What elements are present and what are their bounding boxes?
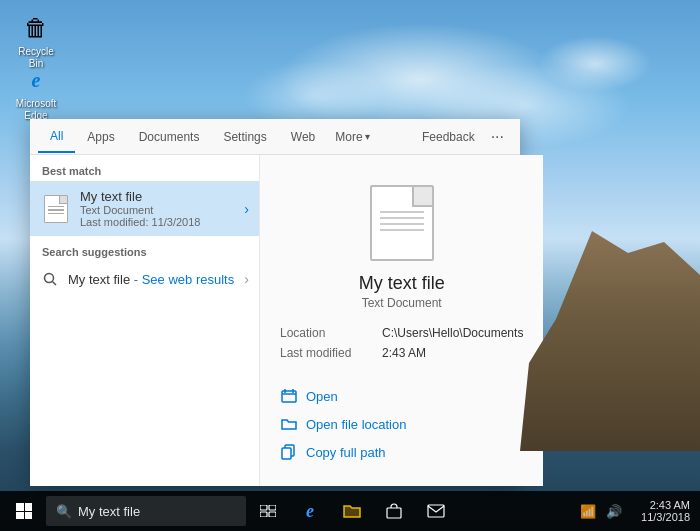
action-open-location-label: Open file location bbox=[306, 417, 406, 432]
recycle-bin-icon: 🗑 bbox=[20, 12, 52, 44]
edge-icon: e bbox=[20, 64, 52, 96]
svg-rect-6 bbox=[269, 505, 276, 510]
tab-apps[interactable]: Apps bbox=[75, 122, 126, 152]
left-panel: Best match My text file Text Document L bbox=[30, 155, 260, 486]
svg-rect-9 bbox=[387, 508, 401, 518]
result-name: My text file bbox=[80, 189, 244, 204]
clock-time: 2:43 AM bbox=[650, 499, 690, 511]
location-key: Location bbox=[280, 326, 370, 340]
tab-more-label: More bbox=[335, 130, 362, 144]
network-icon[interactable]: 📶 bbox=[577, 502, 599, 521]
svg-rect-10 bbox=[428, 505, 444, 517]
desktop-icon-edge[interactable]: e Microsoft Edge bbox=[8, 60, 64, 126]
action-list: Open Open file location bbox=[280, 382, 523, 466]
suggestion-name: My text file bbox=[68, 272, 130, 287]
store-button[interactable] bbox=[374, 491, 414, 531]
svg-rect-7 bbox=[260, 512, 267, 517]
copy-icon bbox=[280, 443, 298, 461]
feedback-button[interactable]: Feedback bbox=[414, 122, 483, 152]
edge-taskbar-button[interactable]: e bbox=[290, 491, 330, 531]
svg-rect-4 bbox=[282, 448, 291, 459]
volume-icon[interactable]: 🔊 bbox=[603, 502, 625, 521]
tab-settings[interactable]: Settings bbox=[211, 122, 278, 152]
action-open-location[interactable]: Open file location bbox=[280, 410, 523, 438]
tab-all[interactable]: All bbox=[38, 121, 75, 153]
folder-icon bbox=[280, 415, 298, 433]
location-val: C:\Users\Hello\Documents bbox=[382, 326, 523, 340]
suggestion-link: - See web results bbox=[134, 272, 234, 287]
more-options-button[interactable]: ··· bbox=[483, 124, 512, 150]
action-copy-path-label: Copy full path bbox=[306, 445, 386, 460]
chevron-down-icon: ▾ bbox=[365, 131, 370, 142]
detail-modified-row: Last modified 2:43 AM bbox=[280, 346, 523, 360]
open-icon bbox=[280, 387, 298, 405]
detail-filetype: Text Document bbox=[362, 296, 442, 310]
taskbar-search-icon: 🔍 bbox=[56, 504, 72, 519]
search-suggest-icon bbox=[40, 269, 60, 289]
tab-documents[interactable]: Documents bbox=[127, 122, 212, 152]
modified-key: Last modified bbox=[280, 346, 370, 360]
tab-web[interactable]: Web bbox=[279, 122, 327, 152]
search-content: Best match My text file Text Document L bbox=[30, 155, 520, 486]
svg-point-0 bbox=[45, 274, 54, 283]
start-button[interactable] bbox=[4, 491, 44, 531]
suggestion-text: My text file - See web results bbox=[68, 272, 244, 287]
taskbar-search-text: My text file bbox=[78, 504, 140, 519]
result-date: Last modified: 11/3/2018 bbox=[80, 216, 244, 228]
system-tray: 📶 🔊 bbox=[569, 502, 633, 521]
taskbar-search-bar[interactable]: 🔍 My text file bbox=[46, 496, 246, 526]
search-tabs: All Apps Documents Settings Web More ▾ F… bbox=[30, 119, 520, 155]
detail-location-row: Location C:\Users\Hello\Documents bbox=[280, 326, 523, 340]
windows-logo-icon bbox=[16, 503, 32, 519]
svg-rect-5 bbox=[260, 505, 267, 510]
system-clock[interactable]: 2:43 AM 11/3/2018 bbox=[635, 499, 696, 523]
mail-button[interactable] bbox=[416, 491, 456, 531]
result-text: My text file Text Document Last modified… bbox=[80, 189, 244, 228]
detail-file-icon bbox=[370, 185, 434, 261]
suggestion-arrow-icon: › bbox=[244, 271, 249, 287]
modified-val: 2:43 AM bbox=[382, 346, 426, 360]
best-match-label: Best match bbox=[30, 155, 259, 181]
taskbar: 🔍 My text file e bbox=[0, 491, 700, 531]
task-view-button[interactable] bbox=[248, 491, 288, 531]
result-file-icon bbox=[40, 191, 72, 227]
result-arrow-icon: › bbox=[244, 201, 249, 217]
svg-line-1 bbox=[53, 282, 57, 286]
svg-rect-8 bbox=[269, 512, 276, 517]
result-type: Text Document bbox=[80, 204, 244, 216]
svg-rect-2 bbox=[282, 391, 296, 402]
clock-date: 11/3/2018 bbox=[641, 511, 690, 523]
best-match-item[interactable]: My text file Text Document Last modified… bbox=[30, 181, 259, 236]
action-copy-path[interactable]: Copy full path bbox=[280, 438, 523, 466]
action-open[interactable]: Open bbox=[280, 382, 523, 410]
detail-filename: My text file bbox=[359, 273, 445, 294]
action-open-label: Open bbox=[306, 389, 338, 404]
suggestion-item[interactable]: My text file - See web results › bbox=[30, 262, 259, 296]
search-suggestions-label: Search suggestions bbox=[30, 236, 259, 262]
tab-more[interactable]: More ▾ bbox=[327, 122, 377, 152]
right-panel: My text file Text Document Location C:\U… bbox=[260, 155, 543, 486]
desktop: 🗑 Recycle Bin e Microsoft Edge All Apps … bbox=[0, 0, 700, 531]
detail-table: Location C:\Users\Hello\Documents Last m… bbox=[280, 326, 523, 366]
search-popup: All Apps Documents Settings Web More ▾ F… bbox=[30, 119, 520, 486]
file-explorer-button[interactable] bbox=[332, 491, 372, 531]
